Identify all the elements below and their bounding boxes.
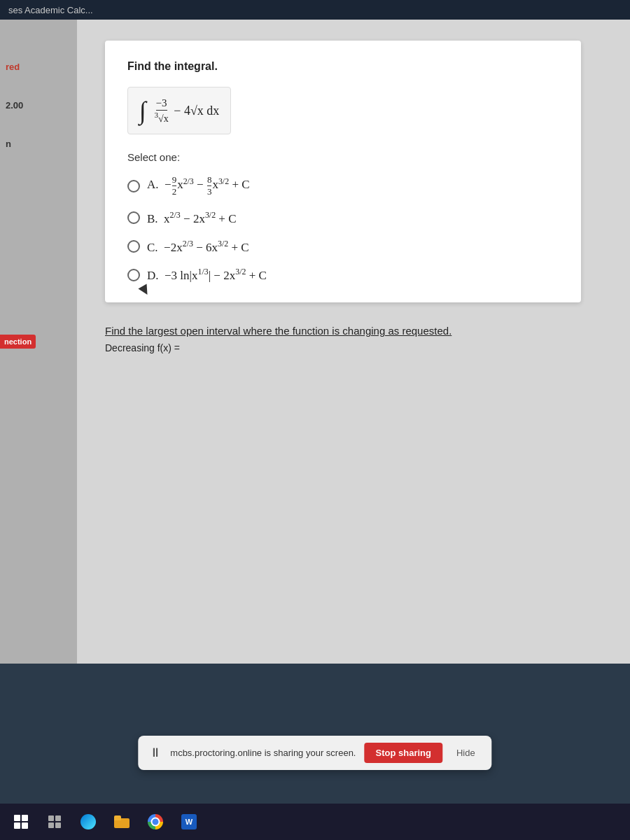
stop-sharing-button[interactable]: Stop sharing <box>364 743 442 763</box>
question-2-text: Find the largest open interval where the… <box>105 325 581 337</box>
edge-icon <box>80 814 96 830</box>
integral-symbol: ∫ <box>139 97 146 125</box>
chrome-icon <box>148 814 163 830</box>
top-bar-text: ses Academic Calc... <box>8 5 93 15</box>
option-c[interactable]: C. −2x2/3 − 6x3/2 + C <box>127 239 559 255</box>
question-title: Find the integral. <box>127 60 559 73</box>
top-bar: ses Academic Calc... <box>0 0 630 20</box>
sharing-pause-icon: ⏸ <box>149 746 162 760</box>
word-button[interactable]: W <box>174 806 204 837</box>
sidebar-label-n: n <box>6 139 77 149</box>
apps-button[interactable] <box>39 806 70 837</box>
decreasing-label: Decreasing f(x) = <box>105 342 581 354</box>
option-c-text: C. −2x2/3 − 6x3/2 + C <box>147 239 249 255</box>
question-card-1: Find the integral. ∫ −3 3√x − 4√x dx Sel… <box>105 41 581 302</box>
apps-icon <box>48 816 61 828</box>
fraction-numerator: −3 <box>156 97 167 111</box>
chrome-button[interactable] <box>140 806 171 837</box>
radio-c[interactable] <box>127 240 140 253</box>
integral-formula: ∫ −3 3√x − 4√x dx <box>127 87 231 134</box>
integral-fraction: −3 3√x <box>154 97 168 125</box>
sidebar-label-gpa: 2.00 <box>6 100 77 111</box>
bottom-area: ⏸ mcbs.proctoring.online is sharing your… <box>0 664 630 840</box>
taskbar: W <box>0 804 630 840</box>
file-explorer-button[interactable] <box>106 806 137 837</box>
option-d[interactable]: D. −3 ln|x1/3| − 2x3/2 + C <box>127 267 559 283</box>
radio-a[interactable] <box>127 180 140 192</box>
edge-button[interactable] <box>73 806 104 837</box>
radio-d[interactable] <box>127 269 140 281</box>
sidebar-label-red: red <box>6 62 77 72</box>
hide-button[interactable]: Hide <box>451 743 481 763</box>
start-button[interactable] <box>6 806 36 837</box>
word-icon: W <box>181 814 197 830</box>
option-a[interactable]: A. −92x2/3 − 83x3/2 + C <box>127 174 559 197</box>
option-b[interactable]: B. x2/3 − 2x3/2 + C <box>127 210 559 226</box>
options-list: A. −92x2/3 − 83x3/2 + C B. x2/3 − 2x3/2 … <box>127 174 559 283</box>
option-d-text: D. −3 ln|x1/3| − 2x3/2 + C <box>147 267 267 283</box>
folder-icon <box>114 816 130 828</box>
question-2-area: Find the largest open interval where the… <box>105 325 581 354</box>
option-b-text: B. x2/3 − 2x3/2 + C <box>147 210 237 226</box>
sharing-message: mcbs.proctoring.online is sharing your s… <box>170 748 356 758</box>
fraction-denominator: 3√x <box>154 111 168 125</box>
radio-b[interactable] <box>127 211 140 224</box>
main-area: red 2.00 n Find the integral. ∫ −3 3√x −… <box>0 20 630 664</box>
start-icon <box>14 815 28 829</box>
integral-rest: − 4√x dx <box>174 104 219 118</box>
nection-badge: nection <box>0 335 36 349</box>
sharing-bar: ⏸ mcbs.proctoring.online is sharing your… <box>138 736 491 770</box>
select-one-label: Select one: <box>127 151 559 163</box>
content-panel: Find the integral. ∫ −3 3√x − 4√x dx Sel… <box>77 20 630 664</box>
option-a-text: A. −92x2/3 − 83x3/2 + C <box>147 174 250 197</box>
